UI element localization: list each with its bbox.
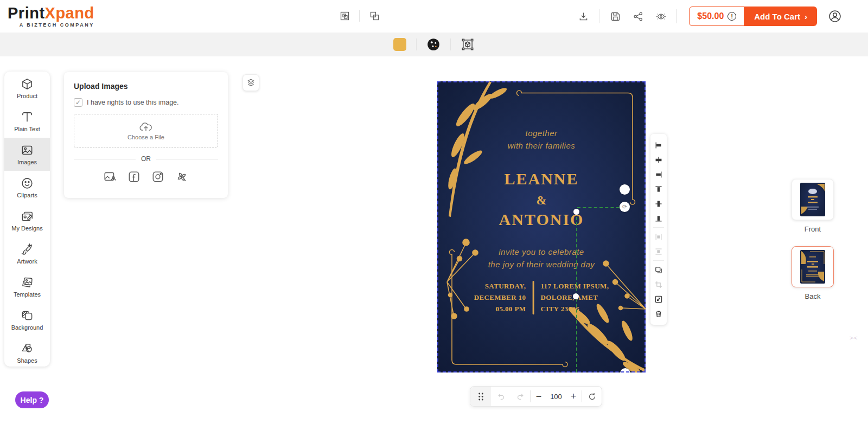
templates-icon [20, 275, 34, 290]
ampersand[interactable]: & [437, 194, 646, 208]
divider-bar [532, 281, 534, 314]
choose-file-label: Choose a File [127, 134, 164, 140]
snap-guide-vertical [576, 211, 577, 372]
align-center-horizontal-button[interactable] [650, 152, 667, 167]
cube-icon [20, 77, 34, 91]
divider [359, 10, 360, 22]
designs-icon [20, 209, 34, 223]
printxpand-designer: PrintXpand A BIZTECH COMPANY [0, 0, 868, 424]
zoom-in-button[interactable]: + [565, 391, 582, 402]
share-icon[interactable] [631, 9, 645, 23]
sidebar-item-templates[interactable]: Templates [4, 270, 50, 303]
rights-checkbox[interactable]: ✓ [74, 98, 82, 107]
header-center-tools [337, 9, 381, 23]
brush-icon [20, 242, 34, 256]
sidebar-item-background[interactable]: Background [4, 303, 50, 336]
anchor-handle[interactable] [573, 293, 579, 299]
instagram-import-icon[interactable] [151, 170, 165, 184]
sidebar-item-label: Background [11, 324, 43, 331]
facebook-import-icon[interactable] [127, 170, 141, 184]
cloud-upload-icon [139, 121, 153, 133]
preview-eye-icon[interactable] [654, 9, 668, 23]
sidebar-item-label: Templates [14, 291, 41, 298]
rotate-handle[interactable]: ⟳ [620, 202, 630, 212]
color-wheel-icon[interactable] [426, 37, 441, 52]
align-right-button[interactable] [650, 167, 667, 182]
name-antonio[interactable]: ANTONIO [437, 210, 646, 229]
duplicate-button[interactable] [650, 262, 667, 277]
redo-button[interactable] [510, 387, 530, 406]
header: PrintXpand A BIZTECH COMPANY [0, 0, 868, 33]
front-page-label: Front [805, 225, 821, 233]
align-top-button[interactable] [650, 182, 667, 196]
sidebar-item-label: Shapes [17, 357, 37, 364]
background-icon [20, 309, 34, 323]
date-venue-block[interactable]: SATURDAY, DECEMBER 10 05.00 PM 117 LOREM… [474, 281, 609, 314]
sidebar-item-images[interactable]: Images [4, 138, 50, 171]
account-icon[interactable] [828, 9, 842, 23]
name-leanne[interactable]: LEANNE [437, 170, 646, 188]
invitation-artboard[interactable]: together with their families LEANNE & AN… [437, 81, 646, 372]
sidebar-item-product[interactable]: Product [4, 72, 50, 105]
image-icon [20, 143, 34, 157]
resize-handle[interactable] [620, 184, 630, 195]
back-page-thumbnail[interactable] [792, 246, 834, 287]
divider [676, 9, 677, 23]
price-info-icon[interactable]: ! [727, 12, 736, 21]
help-button[interactable]: Help ? [15, 391, 49, 408]
sidebar-item-label: Artwork [17, 258, 37, 265]
sidebar: Product Plain Text Images Cliparts My De… [4, 72, 50, 367]
zoom-level-value: 100 [547, 393, 565, 401]
anchor-handle[interactable] [573, 209, 579, 215]
pinwheel-import-icon[interactable] [175, 170, 189, 184]
rotate-reset-button[interactable] [582, 387, 602, 406]
logo-tagline: A BIZTECH COMPANY [8, 22, 94, 28]
sidebar-item-my-designs[interactable]: My Designs [4, 204, 50, 237]
logo-text: PrintXpand [8, 4, 94, 22]
sidebar-item-label: My Designs [11, 225, 42, 232]
shapes-icon [20, 342, 34, 356]
sidebar-item-artwork[interactable]: Artwork [4, 237, 50, 270]
layers-button[interactable] [242, 74, 259, 91]
sidebar-item-cliparts[interactable]: Cliparts [4, 171, 50, 204]
text-icon [20, 110, 34, 124]
back-page-label: Back [805, 292, 821, 300]
sidebar-item-shapes[interactable]: Shapes [4, 336, 50, 367]
group-objects-icon[interactable] [337, 9, 352, 23]
logo[interactable]: PrintXpand A BIZTECH COMPANY [8, 4, 94, 28]
align-left-button[interactable] [650, 138, 667, 152]
color-swatch[interactable] [393, 38, 406, 51]
gallery-import-icon[interactable] [103, 170, 117, 184]
drag-handle[interactable] [470, 387, 491, 406]
center-object-icon[interactable] [461, 37, 475, 52]
panel-collapse-handle[interactable]: >·< [850, 335, 857, 341]
ungroup-objects-icon[interactable] [367, 9, 381, 23]
download-icon[interactable] [576, 9, 590, 23]
or-divider: OR [74, 155, 218, 163]
design-canvas[interactable]: together with their families LEANNE & AN… [437, 81, 646, 372]
delete-button[interactable] [650, 306, 667, 321]
zoom-out-button[interactable]: − [531, 391, 547, 402]
distribute-vertical-button[interactable] [650, 244, 667, 259]
intro-text[interactable]: together with their families [437, 127, 646, 152]
front-page-thumbnail[interactable] [792, 179, 834, 220]
distribute-horizontal-button[interactable] [650, 229, 667, 244]
divider [653, 260, 664, 261]
sidebar-item-label: Images [17, 159, 37, 165]
align-bottom-button[interactable] [650, 211, 667, 226]
invite-text[interactable]: invite you to celebrate the joy of their… [437, 246, 646, 271]
choose-file-dropzone[interactable]: Choose a File [74, 114, 218, 147]
sidebar-item-plain-text[interactable]: Plain Text [4, 105, 50, 138]
crop-button[interactable] [650, 277, 667, 292]
align-middle-vertical-button[interactable] [650, 196, 667, 211]
add-to-cart-button[interactable]: Add To Cart › [744, 7, 817, 26]
canvas-zoom-toolbar: − 100 + [470, 386, 602, 407]
sidebar-item-label: Plain Text [14, 126, 40, 132]
smiley-icon [20, 176, 34, 190]
resize-button[interactable] [650, 292, 667, 306]
undo-button[interactable] [491, 387, 510, 406]
divider [653, 227, 664, 228]
save-icon[interactable] [608, 9, 622, 23]
import-sources [74, 170, 218, 184]
layers-icon [246, 78, 256, 88]
